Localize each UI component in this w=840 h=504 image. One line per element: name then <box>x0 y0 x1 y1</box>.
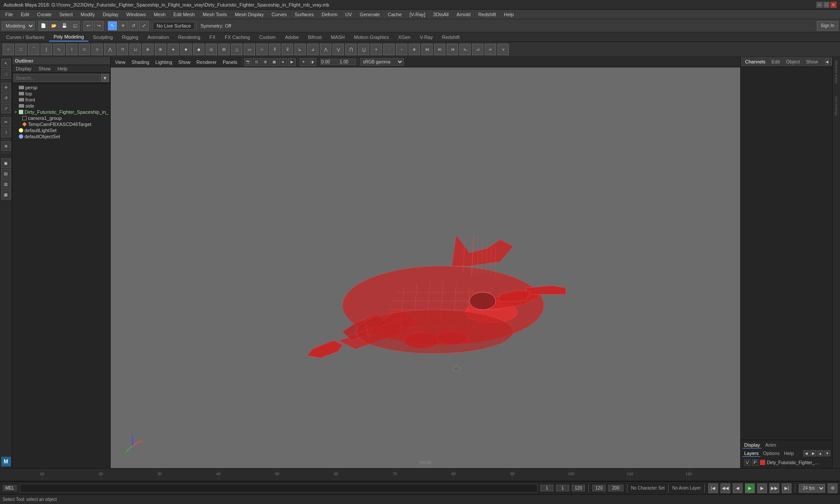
viewport-canvas[interactable]: X Y Z persp <box>111 67 740 468</box>
vp-menu-panels[interactable]: Panels <box>220 59 240 66</box>
undo-button[interactable]: ↩ <box>84 21 93 31</box>
vp-gamma-select[interactable]: sRGB gamma <box>360 58 404 66</box>
tab-bifrost[interactable]: Bifrost <box>304 33 326 41</box>
tab-rigging[interactable]: Rigging <box>118 33 143 41</box>
open-button[interactable]: 📂 <box>49 21 59 31</box>
mel-label[interactable]: MEL <box>3 485 17 491</box>
vp-input-x[interactable] <box>320 59 338 65</box>
menu-item-help[interactable]: Help <box>500 11 518 18</box>
scale-tool-button[interactable]: ⤢ <box>139 21 149 31</box>
tab-curves--surfaces[interactable]: Curves / Surfaces <box>2 33 49 41</box>
shelf-icon-s5[interactable]: ⊿ <box>307 44 318 55</box>
shelf-icon-curve2[interactable]: ∫ <box>41 44 52 55</box>
maximize-button[interactable]: □ <box>823 2 830 8</box>
layers-subtab[interactable]: Layers <box>742 450 760 457</box>
next-frame-button[interactable]: ▶▶ <box>770 483 779 493</box>
vp-menu-show[interactable]: Show <box>176 59 193 66</box>
shelf-icon-s14[interactable]: ⋈ <box>421 44 433 55</box>
shelf-icon-s13[interactable]: ⋇ <box>409 44 420 55</box>
shelf-icon-tool4[interactable]: ⋀ <box>104 44 116 55</box>
shelf-icon-plane[interactable]: ▭ <box>244 44 255 55</box>
scale-lt-button[interactable]: ⤢ <box>1 104 11 113</box>
shelf-icon-tool5[interactable]: ⊓ <box>117 44 128 55</box>
select-mode-button[interactable]: ↖ <box>1 59 11 68</box>
edit-tab[interactable]: Edit <box>770 58 781 65</box>
menu-item-select[interactable]: Select <box>56 11 77 18</box>
outliner-item-persp[interactable]: persp <box>12 84 110 91</box>
outliner-item-camera-group[interactable]: camera1_group <box>12 115 110 121</box>
outliner-item-objectset[interactable]: defaultObjectSet <box>12 133 110 140</box>
layer-nav-up[interactable]: ▲ <box>817 450 823 456</box>
menu-item-edit[interactable]: Edit <box>18 11 33 18</box>
outliner-search-input[interactable] <box>14 74 100 82</box>
menu-item-3dtoall[interactable]: 3DtoAll <box>430 11 452 18</box>
menu-item-modify[interactable]: Modify <box>77 11 98 18</box>
snap-button[interactable]: ⊕ <box>1 141 11 151</box>
redo-button[interactable]: ↪ <box>94 21 104 31</box>
vp-render-btn[interactable]: ▶ <box>288 58 296 66</box>
outliner-search-options[interactable]: ▼ <box>101 74 109 82</box>
range-end2-input[interactable] <box>592 485 606 491</box>
menu-item-curves[interactable]: Curves <box>268 11 290 18</box>
play-forward-button[interactable]: ▶ <box>745 483 755 493</box>
frame-start-input[interactable] <box>540 485 553 491</box>
workspace-select[interactable]: Modeling <box>2 21 35 30</box>
shelf-icon-curve1[interactable]: ⌒ <box>28 44 39 55</box>
options-subtab[interactable]: Options <box>761 450 781 457</box>
anim-tab[interactable]: Anim <box>763 442 778 448</box>
vp-camera-btn[interactable]: 📷 <box>244 58 252 66</box>
outliner-item-lightset[interactable]: defaultLightSet <box>12 127 110 133</box>
display1-button[interactable]: ▣ <box>1 158 11 168</box>
shelf-icon-tool2[interactable]: ⊂ <box>79 44 90 55</box>
shelf-icon-s2[interactable]: ⊼ <box>269 44 280 55</box>
shelf-icon-s11[interactable]: ⋅ <box>383 44 395 55</box>
vp-frame-all-btn[interactable]: ⊡ <box>253 58 261 66</box>
layer-v-btn[interactable]: V <box>744 459 750 466</box>
vp-input-y[interactable] <box>339 59 356 65</box>
display-tab[interactable]: Display <box>742 442 762 448</box>
tab-rendering[interactable]: Rendering <box>174 33 205 41</box>
layer-nav-left[interactable]: ◀ <box>803 450 809 456</box>
tab-mash[interactable]: MASH <box>326 33 349 41</box>
close-button[interactable]: ✕ <box>830 2 836 8</box>
rotate-lt-button[interactable]: ↺ <box>1 93 11 103</box>
layer-p-btn[interactable]: P <box>752 459 758 466</box>
outliner-tab-display[interactable]: Display <box>12 65 35 72</box>
sculpt-button[interactable]: ⌇ <box>1 128 11 137</box>
shelf-icon-s10[interactable]: ⋄ <box>371 44 382 55</box>
channels-tab[interactable]: Channels <box>743 58 767 65</box>
shelf-icon-s19[interactable]: ⋍ <box>485 44 496 55</box>
vp-wireframe-btn[interactable]: ▦ <box>270 58 278 66</box>
object-tab[interactable]: Object <box>784 58 802 65</box>
minimize-button[interactable]: ─ <box>816 2 822 8</box>
menu-item-deform[interactable]: Deform <box>318 11 341 18</box>
rotate-tool-button[interactable]: ↺ <box>129 21 138 31</box>
menu-item-uv[interactable]: UV <box>342 11 355 18</box>
shelf-icon-s20[interactable]: ⋎ <box>497 44 509 55</box>
tab-v-ray[interactable]: V-Ray <box>415 33 437 41</box>
shelf-icon-s8[interactable]: ⋂ <box>345 44 357 55</box>
outliner-item-front[interactable]: front <box>12 97 110 103</box>
save-as-button[interactable]: ◱ <box>70 21 80 31</box>
shelf-icon-s9[interactable]: ⋃ <box>358 44 369 55</box>
menu-item-arnold[interactable]: Arnold <box>453 11 474 18</box>
shelf-icon-s18[interactable]: ⋌ <box>472 44 483 55</box>
vp-frame-sel-btn[interactable]: ⊞ <box>262 58 270 66</box>
shelf-icon-sphere[interactable]: ● <box>168 44 179 55</box>
tab-poly-modeling[interactable]: Poly Modeling <box>49 33 88 42</box>
shelf-icon-box[interactable]: ■ <box>180 44 192 55</box>
menu-item-display[interactable]: Display <box>99 11 122 18</box>
vp-menu-shading[interactable]: Shading <box>129 59 152 66</box>
maya-logo-button[interactable]: M <box>1 457 11 466</box>
sign-in-button[interactable]: Sign In <box>817 21 838 31</box>
timeline-ruler[interactable]: 10 20 30 40 50 60 70 80 90 100 110 120 <box>0 469 840 481</box>
shelf-icon-curve3[interactable]: ∿ <box>53 44 65 55</box>
layer-item[interactable]: V P Dirty_Futuristic_Fighter_Space <box>742 458 830 466</box>
shelf-icon-s6[interactable]: ⋀ <box>320 44 331 55</box>
shelf-icon-tool6[interactable]: ⊔ <box>130 44 141 55</box>
next-key-button[interactable]: ▶ <box>757 483 767 493</box>
menu-item-surfaces[interactable]: Surfaces <box>291 11 317 18</box>
new-scene-button[interactable]: 📄 <box>38 21 48 31</box>
outliner-item-side[interactable]: side <box>12 103 110 109</box>
shelf-icon-diamond[interactable]: ◆ <box>193 44 204 55</box>
